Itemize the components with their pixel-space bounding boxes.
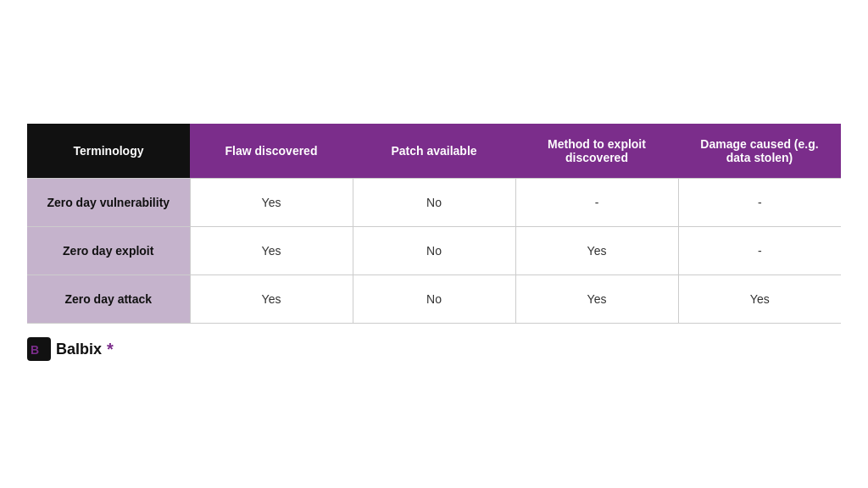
page-wrapper: Terminology Flaw discovered Patch availa…: [27, 124, 841, 364]
col-header-method: Method to exploit discovered: [515, 124, 678, 179]
row-flaw-0: Yes: [190, 179, 353, 227]
row-term-2: Zero day attack: [27, 275, 190, 324]
col-header-terminology: Terminology: [27, 124, 190, 179]
table-header-row: Terminology Flaw discovered Patch availa…: [27, 124, 841, 179]
logo: B Balbix*: [27, 337, 114, 361]
logo-text: Balbix: [56, 341, 102, 358]
row-patch-1: No: [353, 227, 515, 275]
table-row: Zero day exploit Yes No Yes -: [27, 227, 841, 275]
svg-text:B: B: [31, 343, 39, 357]
row-flaw-1: Yes: [190, 227, 353, 275]
row-method-1: Yes: [515, 227, 678, 275]
row-damage-0: -: [678, 179, 841, 227]
comparison-table: Terminology Flaw discovered Patch availa…: [27, 124, 841, 324]
col-header-damage: Damage caused (e.g. data stolen): [678, 124, 841, 179]
row-flaw-2: Yes: [190, 275, 353, 324]
row-method-0: -: [515, 179, 678, 227]
balbix-logo-icon: B: [27, 337, 51, 361]
col-header-patch: Patch available: [353, 124, 515, 179]
row-term-1: Zero day exploit: [27, 227, 190, 275]
logo-asterisk: *: [107, 340, 114, 359]
table-row: Zero day vulnerability Yes No - -: [27, 179, 841, 227]
row-term-0: Zero day vulnerability: [27, 179, 190, 227]
row-damage-1: -: [678, 227, 841, 275]
row-patch-0: No: [353, 179, 515, 227]
row-method-2: Yes: [515, 275, 678, 324]
row-damage-2: Yes: [678, 275, 841, 324]
footer: B Balbix*: [27, 334, 841, 364]
table-row: Zero day attack Yes No Yes Yes: [27, 275, 841, 324]
col-header-flaw: Flaw discovered: [190, 124, 353, 179]
row-patch-2: No: [353, 275, 515, 324]
